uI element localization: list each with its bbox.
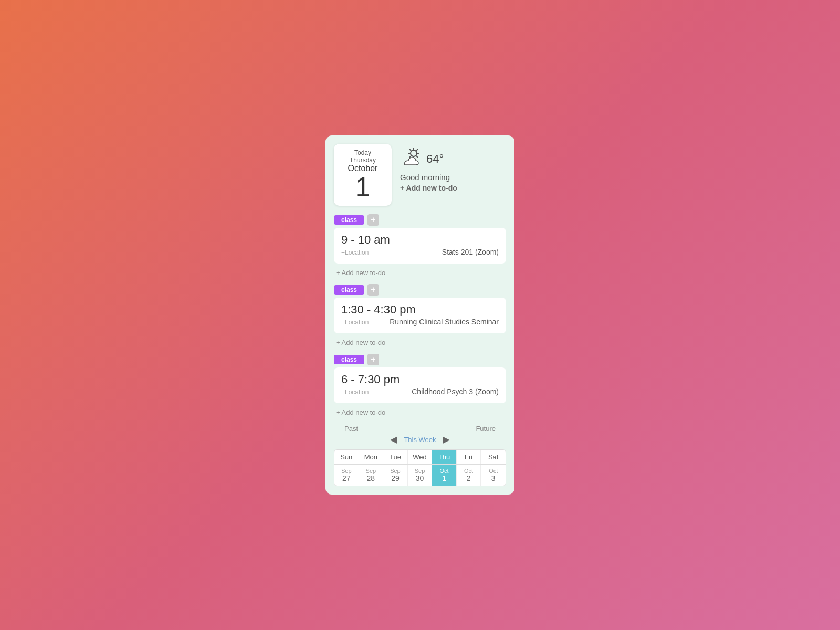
past-label: Past xyxy=(344,425,358,433)
weather-icon xyxy=(400,147,422,171)
cal-date-cell-2[interactable]: Sep 29 xyxy=(383,465,408,486)
app-container: Today Thursday October 1 xyxy=(326,135,514,495)
cal-date-month-3: Sep xyxy=(409,468,431,474)
cal-date-number-0: 27 xyxy=(335,474,358,482)
event-tag: class xyxy=(334,355,364,364)
event-title: Stats 201 (Zoom) xyxy=(442,248,499,256)
weather-greeting: 64° Good morning + Add new to-do xyxy=(400,144,457,192)
event-tag: class xyxy=(334,285,364,295)
cal-date-month-2: Sep xyxy=(384,468,406,474)
event-card: 6 - 7:30 pm +Location Childhood Psych 3 … xyxy=(334,368,506,403)
event-tag-row: class + xyxy=(334,214,506,226)
add-todo-inline[interactable]: + Add new to-do xyxy=(334,405,506,422)
events-container: class + 9 - 10 am +Location Stats 201 (Z… xyxy=(334,214,506,486)
weekday-label: Thursday xyxy=(344,156,381,164)
event-add-button[interactable]: + xyxy=(368,214,379,226)
cal-date-number-5: 2 xyxy=(458,474,480,482)
cal-date-number-2: 29 xyxy=(384,474,406,482)
event-section-1: class + 1:30 - 4:30 pm +Location Running… xyxy=(334,284,506,352)
cal-date-month-4: Oct xyxy=(433,468,455,474)
cal-date-cell-1[interactable]: Sep 28 xyxy=(359,465,384,486)
event-card: 1:30 - 4:30 pm +Location Running Clinica… xyxy=(334,298,506,333)
svg-line-6 xyxy=(416,156,417,157)
cal-date-number-6: 3 xyxy=(482,474,505,482)
cal-date-number-3: 30 xyxy=(409,474,431,482)
event-card: 9 - 10 am +Location Stats 201 (Zoom) xyxy=(334,228,506,264)
cal-date-cell-4[interactable]: Oct 1 xyxy=(432,465,457,486)
cal-date-month-6: Oct xyxy=(482,468,505,474)
event-tag-row: class + xyxy=(334,284,506,296)
date-card: Today Thursday October 1 xyxy=(334,144,392,206)
this-week-label[interactable]: This Week xyxy=(404,436,436,444)
future-label: Future xyxy=(476,425,496,433)
cal-date-month-0: Sep xyxy=(335,468,358,474)
svg-line-7 xyxy=(416,150,417,151)
cal-day-header-4[interactable]: Thu xyxy=(432,450,457,464)
nav-row: ◀ This Week ▶ xyxy=(334,434,506,445)
event-time: 9 - 10 am xyxy=(341,233,499,247)
event-location[interactable]: +Location xyxy=(341,249,369,256)
cal-day-header-6[interactable]: Sat xyxy=(481,450,506,464)
cal-date-cell-6[interactable]: Oct 3 xyxy=(481,465,506,486)
weather-row: 64° xyxy=(400,147,457,171)
cal-day-header-1[interactable]: Mon xyxy=(359,450,384,464)
next-arrow[interactable]: ▶ xyxy=(443,434,450,445)
cal-date-number-1: 28 xyxy=(360,474,382,482)
today-label: Today xyxy=(344,149,381,156)
add-todo-inline[interactable]: + Add new to-do xyxy=(334,266,506,282)
svg-point-0 xyxy=(411,150,417,156)
cal-day-header-2[interactable]: Tue xyxy=(383,450,408,464)
cal-date-month-5: Oct xyxy=(458,468,480,474)
add-todo-inline[interactable]: + Add new to-do xyxy=(334,335,506,352)
nav-labels: Past Future xyxy=(334,425,506,433)
prev-arrow[interactable]: ◀ xyxy=(390,434,397,445)
cal-date-cell-5[interactable]: Oct 2 xyxy=(457,465,481,486)
temperature: 64° xyxy=(426,152,444,166)
svg-line-8 xyxy=(410,156,411,157)
header-add-todo[interactable]: + Add new to-do xyxy=(400,184,457,192)
calendar-date-row: Sep 27 Sep 28 Sep 29 Sep 30 xyxy=(334,465,506,486)
event-add-button[interactable]: + xyxy=(368,354,379,365)
cal-day-header-5[interactable]: Fri xyxy=(457,450,481,464)
calendar-header-row: Sun Mon Tue Wed Thu Fri Sat xyxy=(334,450,506,465)
event-time: 6 - 7:30 pm xyxy=(341,373,499,386)
event-section-0: class + 9 - 10 am +Location Stats 201 (Z… xyxy=(334,214,506,282)
event-location[interactable]: +Location xyxy=(341,319,369,326)
cal-date-cell-3[interactable]: Sep 30 xyxy=(408,465,433,486)
cal-day-header-3[interactable]: Wed xyxy=(408,450,433,464)
day-number: 1 xyxy=(344,173,381,201)
greeting-text: Good morning xyxy=(400,173,457,182)
event-tag-row: class + xyxy=(334,354,506,365)
svg-line-5 xyxy=(410,150,411,151)
event-title: Childhood Psych 3 (Zoom) xyxy=(412,387,499,396)
cal-day-header-0[interactable]: Sun xyxy=(334,450,359,464)
header: Today Thursday October 1 xyxy=(334,144,506,206)
event-add-button[interactable]: + xyxy=(368,284,379,296)
cal-date-cell-0[interactable]: Sep 27 xyxy=(334,465,359,486)
event-time: 1:30 - 4:30 pm xyxy=(341,303,499,317)
cal-date-month-1: Sep xyxy=(360,468,382,474)
event-section-2: class + 6 - 7:30 pm +Location Childhood … xyxy=(334,354,506,422)
cal-date-number-4: 1 xyxy=(433,474,455,482)
event-tag: class xyxy=(334,215,364,225)
calendar-grid: Sun Mon Tue Wed Thu Fri Sat Sep 27 xyxy=(334,449,506,486)
event-location[interactable]: +Location xyxy=(341,388,369,396)
calendar-nav: Past Future ◀ This Week ▶ Sun Mon Tue We… xyxy=(334,425,506,486)
event-title: Running Clinical Studies Seminar xyxy=(390,318,499,326)
